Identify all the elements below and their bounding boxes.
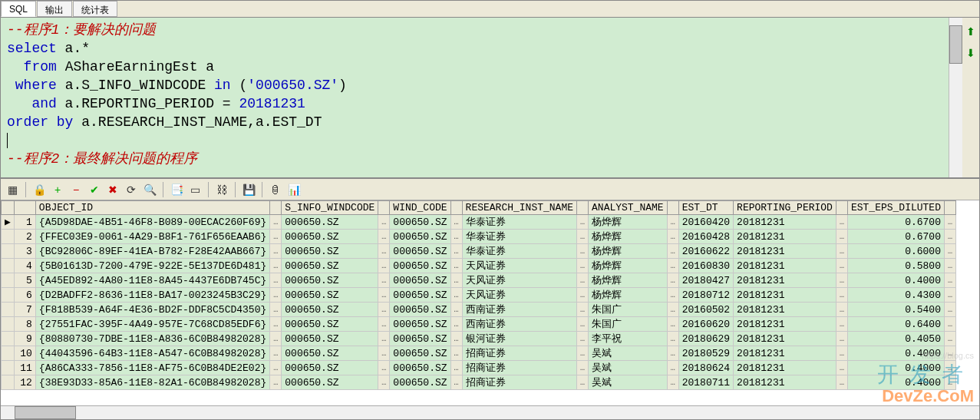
- cell-ellipsis[interactable]: …: [270, 244, 282, 259]
- cell-inst[interactable]: 银河证券: [462, 332, 576, 346]
- row-marker[interactable]: [2, 244, 15, 259]
- cell-est-dt[interactable]: 20180529: [678, 346, 733, 361]
- cell-est-dt[interactable]: 20160420: [678, 215, 733, 230]
- col-s-info-windcode[interactable]: S_INFO_WINDCODE: [282, 201, 378, 215]
- cell-ellipsis[interactable]: …: [450, 346, 462, 361]
- col-ellipsis[interactable]: [577, 201, 589, 215]
- col-object-id[interactable]: OBJECT_ID: [35, 201, 269, 215]
- col-ellipsis[interactable]: [944, 201, 955, 215]
- cell-ellipsis[interactable]: …: [270, 215, 282, 230]
- cell-ellipsis[interactable]: …: [667, 259, 678, 273]
- cell-ellipsis[interactable]: …: [577, 215, 589, 230]
- cell-ellipsis[interactable]: …: [378, 230, 390, 244]
- rollback-icon[interactable]: ✖: [104, 181, 121, 198]
- cell-est-dt[interactable]: 20180712: [678, 288, 733, 303]
- cell-inst[interactable]: 天风证券: [462, 259, 576, 273]
- col-ellipsis[interactable]: [836, 201, 847, 215]
- cell-inst[interactable]: 天风证券: [462, 288, 576, 303]
- cell-ellipsis[interactable]: …: [836, 361, 847, 375]
- cell-ellipsis[interactable]: …: [378, 303, 390, 317]
- cell-inst[interactable]: 招商证券: [462, 346, 576, 361]
- cell-ellipsis[interactable]: …: [450, 244, 462, 259]
- cell-object-id[interactable]: {A45ED892-4A80-11E8-8A45-4437E6DB745C}: [35, 273, 269, 288]
- cell-est-dt[interactable]: 20180629: [678, 332, 733, 346]
- cell-reporting-period[interactable]: 20181231: [734, 332, 836, 346]
- export-icon[interactable]: 💾: [240, 181, 257, 198]
- cell-wind-code[interactable]: 000650.SZ: [390, 259, 450, 273]
- cell-ellipsis[interactable]: …: [836, 273, 847, 288]
- bookmark-icon[interactable]: 📑: [168, 181, 185, 198]
- grid-view-icon[interactable]: ▦: [4, 181, 21, 198]
- table-row[interactable]: 4{5B01613D-7200-479E-922E-5E137DE6D481}……: [2, 259, 956, 273]
- cell-eps[interactable]: 0.5400: [847, 303, 944, 317]
- cell-est-dt[interactable]: 20180624: [678, 361, 733, 375]
- cell-object-id[interactable]: {BC92806C-89EF-41EA-B782-F28E42AAB667}: [35, 244, 269, 259]
- table-row[interactable]: 5{A45ED892-4A80-11E8-8A45-4437E6DB745C}……: [2, 273, 956, 288]
- cell-est-dt[interactable]: 20160428: [678, 230, 733, 244]
- col-est-eps-diluted[interactable]: EST_EPS_DILUTED: [847, 201, 944, 215]
- cell-wind-code[interactable]: 000650.SZ: [390, 317, 450, 332]
- cell-object-id[interactable]: {38E93D33-85A6-11E8-82A1-6C0B84982028}: [35, 375, 269, 390]
- cell-analyst[interactable]: 杨烨辉: [589, 288, 668, 303]
- cell-ellipsis[interactable]: …: [577, 288, 589, 303]
- cell-object-id[interactable]: {D2BADFF2-8636-11E8-BA17-0023245B3C29}: [35, 288, 269, 303]
- cell-object-id[interactable]: {F818B539-A64F-4E36-BD2F-DDF8C5CD4350}: [35, 303, 269, 317]
- result-grid-pane[interactable]: OBJECT_ID S_INFO_WINDCODE WIND_CODE RESE…: [1, 200, 979, 405]
- cell-object-id[interactable]: {FFEC03E9-0061-4A29-B8F1-761F656EAAB6}: [35, 230, 269, 244]
- cell-windcode[interactable]: 000650.SZ: [282, 303, 378, 317]
- cell-ellipsis[interactable]: …: [836, 317, 847, 332]
- cell-ellipsis[interactable]: …: [836, 230, 847, 244]
- cell-wind-code[interactable]: 000650.SZ: [390, 230, 450, 244]
- table-row[interactable]: 9{80880730-7DBE-11E8-A836-6C0B84982028}……: [2, 332, 956, 346]
- cell-ellipsis[interactable]: …: [577, 361, 589, 375]
- cell-ellipsis[interactable]: …: [450, 273, 462, 288]
- scrollbar-thumb[interactable]: [15, 406, 76, 419]
- cell-eps[interactable]: 0.4050: [847, 332, 944, 346]
- cell-ellipsis[interactable]: …: [667, 288, 678, 303]
- cell-ellipsis[interactable]: …: [667, 361, 678, 375]
- cell-inst[interactable]: 招商证券: [462, 361, 576, 375]
- cell-wind-code[interactable]: 000650.SZ: [390, 346, 450, 361]
- table-row[interactable]: 11{A86CA333-7856-11E8-AF75-6C0B84DE2E02}…: [2, 361, 956, 375]
- cell-analyst[interactable]: 杨烨辉: [589, 273, 668, 288]
- cell-ellipsis[interactable]: …: [667, 303, 678, 317]
- cell-eps[interactable]: 0.4300: [847, 288, 944, 303]
- col-analyst-name[interactable]: ANALYST_NAME: [589, 201, 668, 215]
- cell-reporting-period[interactable]: 20181231: [734, 361, 836, 375]
- cell-ellipsis[interactable]: …: [577, 317, 589, 332]
- cell-analyst[interactable]: 杨烨辉: [589, 215, 668, 230]
- cell-ellipsis[interactable]: …: [667, 244, 678, 259]
- cell-eps[interactable]: 0.6700: [847, 215, 944, 230]
- cell-inst[interactable]: 华泰证券: [462, 230, 576, 244]
- cell-ellipsis[interactable]: …: [836, 375, 847, 390]
- cell-ellipsis[interactable]: …: [836, 332, 847, 346]
- sql-editor[interactable]: --程序1：要解决的问题 select a.* from AShareEarni…: [1, 18, 949, 177]
- cell-ellipsis[interactable]: …: [667, 215, 678, 230]
- refresh-icon[interactable]: ⟳: [123, 181, 140, 198]
- cell-ellipsis[interactable]: …: [270, 332, 282, 346]
- cell-ellipsis[interactable]: …: [450, 288, 462, 303]
- row-marker[interactable]: [2, 346, 15, 361]
- cell-wind-code[interactable]: 000650.SZ: [390, 215, 450, 230]
- cell-ellipsis[interactable]: …: [667, 317, 678, 332]
- cell-inst[interactable]: 天风证券: [462, 273, 576, 288]
- cell-object-id[interactable]: {27551FAC-395F-4A49-957E-7C68CD85EDF6}: [35, 317, 269, 332]
- cell-ellipsis[interactable]: …: [450, 215, 462, 230]
- table-row[interactable]: 12{38E93D33-85A6-11E8-82A1-6C0B84982028}…: [2, 375, 956, 390]
- chart-icon[interactable]: 📊: [285, 181, 302, 198]
- cell-ellipsis[interactable]: …: [378, 215, 390, 230]
- cell-ellipsis[interactable]: …: [450, 230, 462, 244]
- cell-windcode[interactable]: 000650.SZ: [282, 375, 378, 390]
- col-est-dt[interactable]: EST_DT: [678, 201, 733, 215]
- cell-ellipsis[interactable]: …: [577, 273, 589, 288]
- cell-eps[interactable]: 0.4000: [847, 375, 944, 390]
- cell-object-id[interactable]: {5B01613D-7200-479E-922E-5E137DE6D481}: [35, 259, 269, 273]
- cell-eps[interactable]: 0.4000: [847, 273, 944, 288]
- cell-ellipsis[interactable]: …: [577, 303, 589, 317]
- cell-ellipsis[interactable]: …: [450, 303, 462, 317]
- row-marker[interactable]: [2, 303, 15, 317]
- col-wind-code[interactable]: WIND_CODE: [390, 201, 450, 215]
- cell-ellipsis[interactable]: …: [667, 332, 678, 346]
- cell-reporting-period[interactable]: 20181231: [734, 317, 836, 332]
- db-icon[interactable]: 🛢: [267, 181, 284, 198]
